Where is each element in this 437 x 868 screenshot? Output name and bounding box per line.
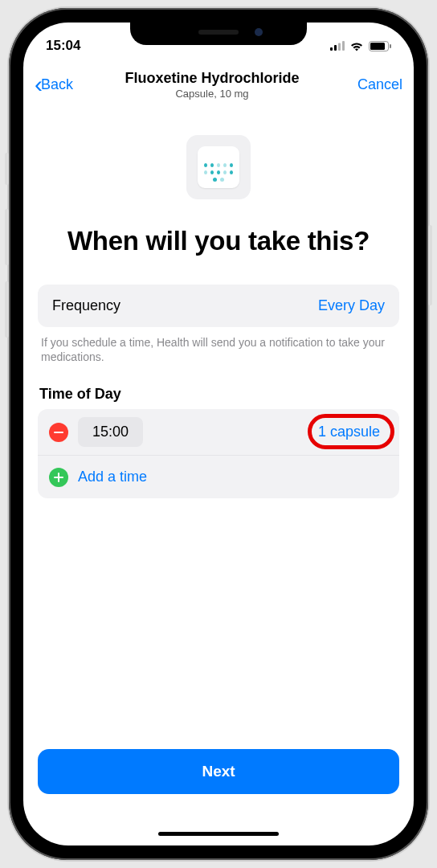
power-button (428, 225, 432, 305)
svg-rect-3 (342, 41, 345, 51)
add-time-label: Add a time (78, 464, 147, 490)
volume-up-button (5, 209, 9, 265)
screen: 15:04 (23, 23, 414, 845)
cancel-button[interactable]: Cancel (351, 76, 402, 93)
time-row: 15:00 1 capsule (38, 409, 399, 455)
dosage-picker[interactable]: 1 capsule (310, 419, 388, 445)
time-list: 15:00 1 capsule Add a time (38, 409, 399, 498)
back-button[interactable]: ‹ Back (35, 72, 73, 96)
home-indicator[interactable] (158, 832, 279, 836)
status-time: 15:04 (46, 38, 80, 54)
notch (130, 19, 307, 45)
plus-icon (54, 473, 63, 482)
svg-rect-5 (370, 43, 385, 50)
svg-rect-0 (330, 47, 333, 51)
svg-rect-7 (54, 432, 63, 433)
svg-rect-2 (338, 43, 341, 51)
page-title: Fluoxetine Hydrochloride (73, 70, 351, 87)
svg-rect-6 (390, 44, 391, 48)
cellular-icon (330, 41, 345, 51)
nav-bar: ‹ Back Fluoxetine Hydrochloride Capsule,… (23, 61, 414, 108)
page-subtitle: Capsule, 10 mg (73, 88, 351, 100)
speaker-grille (198, 30, 239, 35)
frequency-label: Frequency (52, 297, 120, 314)
svg-rect-9 (54, 477, 63, 478)
headline: When will you take this? (38, 225, 399, 257)
back-label: Back (41, 76, 73, 93)
next-button[interactable]: Next (38, 749, 399, 794)
frequency-value: Every Day (318, 297, 385, 314)
add-time-button[interactable] (49, 468, 68, 487)
time-picker[interactable]: 15:00 (78, 417, 143, 447)
battery-icon (369, 41, 391, 51)
minus-icon (54, 432, 63, 433)
add-time-row[interactable]: Add a time (38, 455, 399, 498)
nav-title-group: Fluoxetine Hydrochloride Capsule, 10 mg (73, 70, 351, 100)
wifi-icon (349, 41, 364, 51)
time-of-day-title: Time of Day (38, 386, 399, 409)
phone-frame: 15:04 (9, 8, 428, 860)
frequency-row[interactable]: Frequency Every Day (38, 285, 399, 327)
svg-rect-1 (334, 45, 337, 51)
front-camera (255, 28, 263, 36)
remove-time-button[interactable] (49, 423, 68, 442)
medication-calendar-icon (186, 135, 251, 199)
volume-down-button (5, 281, 9, 338)
mute-switch (5, 153, 9, 185)
scheduling-hint: If you schedule a time, Health will send… (38, 335, 399, 366)
